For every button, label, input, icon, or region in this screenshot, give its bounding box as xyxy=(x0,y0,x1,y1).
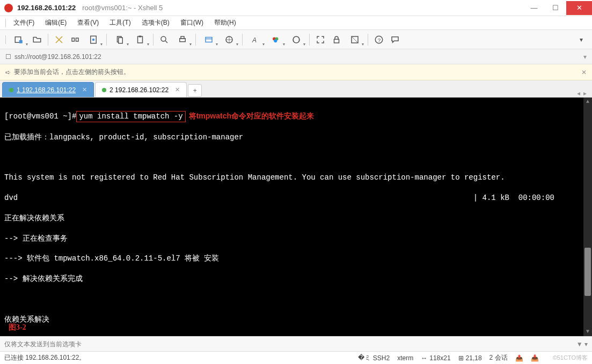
tab-next-icon[interactable]: ▸ xyxy=(583,90,587,97)
menu-window[interactable]: 窗口(W) xyxy=(175,17,209,29)
scroll-down-icon[interactable]: ▼ xyxy=(583,328,592,336)
svg-rect-2 xyxy=(72,38,75,41)
terminal-line: This system is not registered to Red Hat… xyxy=(4,173,588,183)
terminal-line: --> 正在检查事务 xyxy=(4,234,588,244)
menu-help[interactable]: 帮助(H) xyxy=(209,17,242,29)
address-text[interactable]: ssh://root@192.168.26.101:22 xyxy=(14,53,101,61)
broadcast-input[interactable] xyxy=(4,340,573,348)
paste-button[interactable]: ▾ xyxy=(130,32,150,47)
svg-rect-1 xyxy=(19,40,23,43)
svg-point-18 xyxy=(274,39,277,42)
encoding-button[interactable]: ▾ xyxy=(287,32,306,47)
svg-rect-3 xyxy=(76,38,79,41)
status-dot-icon xyxy=(9,88,13,92)
print-button[interactable]: ▾ xyxy=(173,32,192,47)
status-connection: 已连接 192.168.26.101:22。 xyxy=(4,353,85,362)
properties-button[interactable]: ▾ xyxy=(84,32,103,47)
svg-rect-7 xyxy=(119,38,123,43)
status-down-icon[interactable]: 📥 xyxy=(531,354,539,362)
status-up-icon[interactable]: 📤 xyxy=(515,354,523,362)
color-button[interactable]: ▾ xyxy=(266,32,286,47)
address-bar: ☐ ssh://root@192.168.26.101:22 ▾ xyxy=(0,49,592,64)
terminal-line: 正在解决依赖关系 xyxy=(4,213,588,224)
menu-edit[interactable]: 编辑(E) xyxy=(40,17,72,29)
status-cursor: ⊞ 21,18 xyxy=(458,354,482,362)
svg-rect-11 xyxy=(180,38,186,41)
broadcast-menu-button[interactable]: ▼ ▾ xyxy=(576,340,588,348)
info-bar: ➪ 要添加当前会话，点击左侧的箭头按钮。 ✕ xyxy=(0,64,592,80)
tab-add-button[interactable]: + xyxy=(188,84,202,97)
menu-tools[interactable]: 工具(T) xyxy=(104,17,136,29)
status-size: ↔ 118x21 xyxy=(421,354,450,362)
close-button[interactable]: ✕ xyxy=(566,1,592,15)
tab-session-1[interactable]: 1 192.168.26.101:22 ✕ xyxy=(2,82,94,97)
title-bar: 192.168.26.101:22 root@vms001:~ - Xshell… xyxy=(0,0,592,16)
menu-view[interactable]: 查看(V) xyxy=(72,17,104,29)
tab-nav: ◂ ▸ xyxy=(577,90,590,97)
toolbar: ▾ ▾ ▾ ▾ ▾ ▾ ▾ A▾ ▾ ▾ ▾ ? ▾ xyxy=(0,30,592,49)
tab-session-2[interactable]: 2 192.168.26.102:22 ✕ xyxy=(95,82,187,97)
info-close-button[interactable]: ✕ xyxy=(581,69,587,76)
open-session-button[interactable] xyxy=(30,32,45,47)
watermark: ©51CTO博客 xyxy=(553,354,588,362)
chat-button[interactable] xyxy=(388,32,403,47)
tab-label: 2 192.168.26.102:22 xyxy=(109,86,169,94)
app-icon xyxy=(4,4,13,12)
xftp-button[interactable]: ▾ xyxy=(199,32,218,47)
terminal-line: 依赖关系解决 xyxy=(4,315,588,325)
transparency-button[interactable]: ▾ xyxy=(345,32,364,47)
info-text: 要添加当前会话，点击左侧的箭头按钮。 xyxy=(14,68,130,77)
svg-text:A: A xyxy=(252,36,257,43)
svg-point-5 xyxy=(92,38,95,41)
arrow-icon[interactable]: ➪ xyxy=(5,69,11,76)
menu-file[interactable]: 文件(F) xyxy=(8,17,40,29)
bookmark-icon[interactable]: ☐ xyxy=(5,53,11,61)
new-session-button[interactable]: ▾ xyxy=(9,32,28,47)
window-subtitle: root@vms001:~ - Xshell 5 xyxy=(82,4,163,12)
web-button[interactable]: ▾ xyxy=(220,32,239,47)
svg-rect-13 xyxy=(206,37,212,42)
figure-label: 图3-2 xyxy=(9,323,26,333)
tab-label: 1 192.168.26.101:22 xyxy=(17,86,76,94)
help-button[interactable]: ? xyxy=(371,32,386,47)
annotation-text: 将tmpwatch命令对应的软件安装起来 xyxy=(189,111,314,121)
find-button[interactable] xyxy=(157,32,172,47)
svg-text:?: ? xyxy=(378,36,381,42)
address-overflow[interactable]: ▾ xyxy=(583,53,587,61)
svg-point-10 xyxy=(161,36,166,41)
scroll-up-icon[interactable]: ▲ xyxy=(583,98,592,106)
status-bar: 已连接 192.168.26.101:22。 �ミ SSH2 xterm ↔ 1… xyxy=(0,351,592,364)
menu-tabs[interactable]: 选项卡(B) xyxy=(136,17,175,29)
copy-button[interactable]: ▾ xyxy=(110,32,129,47)
terminal-line: ---> 软件包 tmpwatch.x86_64.0.2.11-5.el7 将被… xyxy=(4,254,588,264)
tab-prev-icon[interactable]: ◂ xyxy=(577,90,580,97)
reconnect-button[interactable] xyxy=(52,32,67,47)
scrollbar[interactable]: ▲ ▼ xyxy=(583,98,592,336)
svg-rect-8 xyxy=(138,36,143,43)
input-footer: ▼ ▾ xyxy=(0,336,592,351)
terminal-line: 已加载插件：langpacks, product-id, subscriptio… xyxy=(4,132,588,143)
lock-button[interactable] xyxy=(329,32,344,47)
menu-bar: 文件(F) 编辑(E) 查看(V) 工具(T) 选项卡(B) 窗口(W) 帮助(… xyxy=(0,16,592,30)
window-title: 192.168.26.101:22 xyxy=(17,4,76,12)
fullscreen-button[interactable] xyxy=(313,32,328,47)
svg-rect-9 xyxy=(139,35,142,37)
toolbar-overflow[interactable]: ▾ xyxy=(574,32,589,47)
minimize-button[interactable]: — xyxy=(523,1,545,15)
terminal-line: dvd | 4.1 kB 00:00:00 xyxy=(4,193,588,203)
terminal[interactable]: [root@vms001 ~]# yum install tmpwatch -y… xyxy=(0,98,592,336)
tab-close-icon[interactable]: ✕ xyxy=(82,86,87,93)
font-button[interactable]: A▾ xyxy=(246,32,265,47)
command-highlight: yum install tmpwatch -y xyxy=(76,111,185,122)
tab-strip: 1 192.168.26.101:22 ✕ 2 192.168.26.102:2… xyxy=(0,80,592,98)
tab-close-icon[interactable]: ✕ xyxy=(175,86,180,93)
disconnect-button[interactable] xyxy=(68,32,83,47)
maximize-button[interactable]: ☐ xyxy=(545,1,566,15)
status-dot-icon xyxy=(102,88,106,92)
status-protocol: �ミ SSH2 xyxy=(358,353,390,362)
status-termtype: xterm xyxy=(397,354,413,362)
scroll-thumb[interactable] xyxy=(584,248,591,296)
shell-prompt: [root@vms001 ~]# xyxy=(4,112,76,122)
terminal-line: --> 解决依赖关系完成 xyxy=(4,274,588,284)
svg-rect-12 xyxy=(181,36,184,39)
